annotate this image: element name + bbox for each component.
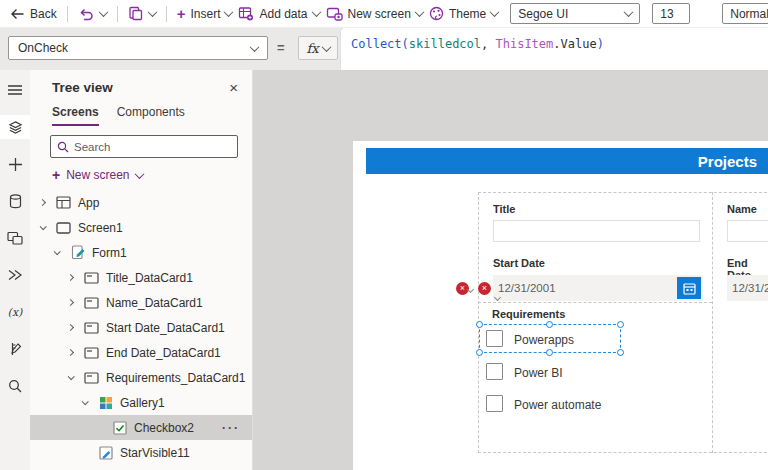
formula-token-thisitem: ThisItem <box>496 37 554 51</box>
resize-handle[interactable] <box>546 321 553 328</box>
checkbox-powerapps-label: Powerapps <box>514 333 574 347</box>
search-icon[interactable] <box>0 374 30 398</box>
property-dropdown[interactable]: OnCheck <box>8 36 268 60</box>
tree-item-errormessage11[interactable]: ErrorMessage11 <box>30 465 252 470</box>
canvas-title: Projects <box>698 153 757 170</box>
checkbox-icon <box>111 420 128 435</box>
tree-item-name-datacard1[interactable]: Name_DataCard1 <box>30 290 252 315</box>
undo-button[interactable] <box>78 7 94 21</box>
calendar-icon <box>683 282 696 295</box>
chevron-down-icon <box>134 169 144 179</box>
tree-search-box[interactable] <box>50 135 238 158</box>
advanced-tools-icon[interactable] <box>0 337 30 361</box>
tree-view-panel: Tree view × Screens Components + New scr… <box>30 70 253 470</box>
app-icon <box>55 195 72 210</box>
checkbox-powerapps[interactable] <box>486 330 503 347</box>
chevron-down-icon[interactable] <box>40 225 55 230</box>
tree-item-app[interactable]: App <box>30 190 252 215</box>
tree-tabs: Screens Components <box>30 101 252 126</box>
top-toolbar: Back + Insert Add data New screen <box>0 0 768 28</box>
add-data-button[interactable]: Add data <box>238 6 319 21</box>
tree-item-enddate-datacard1[interactable]: End Date_DataCard1 <box>30 340 252 365</box>
chevron-right-icon[interactable] <box>68 300 83 305</box>
chevron-right-icon[interactable] <box>68 350 83 355</box>
add-data-icon <box>238 6 254 21</box>
name-input[interactable] <box>727 220 768 242</box>
title-field-label: Title <box>493 203 515 215</box>
title-input[interactable] <box>493 220 700 242</box>
chevron-down-icon <box>147 7 157 17</box>
tab-screens[interactable]: Screens <box>52 105 99 126</box>
undo-menu-chevron[interactable] <box>100 10 107 17</box>
paste-button[interactable] <box>128 6 143 21</box>
form-column-divider <box>712 192 713 453</box>
search-input[interactable] <box>74 141 194 153</box>
chevron-down-icon <box>624 7 634 17</box>
tree-item-starvisible11[interactable]: StarVisible11 <box>30 440 252 465</box>
tree-view-icon[interactable] <box>0 115 30 139</box>
chevron-down-icon <box>311 7 321 17</box>
more-options-icon[interactable]: ··· <box>222 421 240 435</box>
font-weight-value: Normal <box>730 7 768 21</box>
tree-item-form1[interactable]: Form1 <box>30 240 252 265</box>
resize-handle[interactable] <box>617 349 624 356</box>
canvas-title-bar[interactable]: Projects <box>366 148 768 174</box>
start-date-input[interactable]: 12/31/2001 <box>493 275 703 301</box>
calendar-button[interactable] <box>677 277 701 299</box>
back-button[interactable]: Back <box>10 7 57 21</box>
chevron-right-icon[interactable] <box>68 275 83 280</box>
font-size-value: 13 <box>660 7 673 21</box>
back-arrow-icon <box>10 8 25 20</box>
insert-icon[interactable] <box>0 152 30 176</box>
gallery-icon <box>97 395 114 410</box>
checkbox-power-bi[interactable] <box>486 363 503 380</box>
datacard-icon <box>83 345 100 360</box>
font-family-select[interactable]: Segoe UI <box>510 3 640 24</box>
tree-item-startdate-datacard1[interactable]: Start Date_DataCard1 <box>30 315 252 340</box>
tree-item-gallery1[interactable]: Gallery1 <box>30 390 252 415</box>
variables-icon[interactable]: (x) <box>0 300 30 324</box>
tree-item-requirements-datacard1[interactable]: Requirements_DataCard1 <box>30 365 252 390</box>
chevron-down-icon <box>224 7 234 17</box>
end-date-value: 12/31/2001 <box>732 282 768 294</box>
plus-icon: + <box>177 5 186 22</box>
datacard-icon <box>83 320 100 335</box>
chevron-down-icon[interactable] <box>68 375 83 380</box>
start-date-value: 12/31/2001 <box>498 282 556 294</box>
data-icon[interactable] <box>0 189 30 213</box>
font-weight-select[interactable]: Normal <box>722 3 768 24</box>
media-icon[interactable] <box>0 226 30 250</box>
form-icon <box>69 245 86 260</box>
chevron-right-icon[interactable] <box>40 200 55 205</box>
tree-item-checkbox2[interactable]: Checkbox2 ··· <box>30 415 252 440</box>
clipboard-icon <box>128 6 143 21</box>
font-size-select[interactable]: 13 <box>652 3 690 24</box>
resize-handle[interactable] <box>617 321 624 328</box>
theme-button[interactable]: Theme <box>429 6 498 21</box>
font-family-value: Segoe UI <box>518 7 568 21</box>
resize-handle[interactable] <box>476 321 483 328</box>
tab-components[interactable]: Components <box>117 105 185 126</box>
tree-item-screen1[interactable]: Screen1 <box>30 215 252 240</box>
power-automate-icon[interactable] <box>0 263 30 287</box>
new-screen-button[interactable]: New screen <box>326 7 423 21</box>
end-date-input[interactable]: 12/31/2001 <box>727 275 768 301</box>
formula-token-function: Collect( <box>351 37 409 51</box>
datacard-icon <box>83 270 100 285</box>
tree-item-title-datacard1[interactable]: Title_DataCard1 <box>30 265 252 290</box>
chevron-right-icon[interactable] <box>68 325 83 330</box>
new-screen-tree-button[interactable]: + New screen <box>30 158 252 190</box>
resize-handle[interactable] <box>476 349 483 356</box>
requirements-card-top-border <box>478 302 712 303</box>
error-icon[interactable]: × <box>478 282 491 295</box>
resize-handle[interactable] <box>546 349 553 356</box>
fx-button[interactable]: fx <box>298 36 338 60</box>
insert-button[interactable]: + Insert <box>177 5 233 22</box>
chevron-down-icon[interactable] <box>82 400 97 405</box>
hamburger-menu-icon[interactable] <box>0 78 30 102</box>
checkbox-power-automate[interactable] <box>486 395 503 412</box>
close-icon[interactable]: × <box>229 80 238 95</box>
paste-menu-chevron[interactable] <box>149 10 156 17</box>
chevron-down-icon[interactable] <box>54 250 69 255</box>
checkbox-power-bi-label: Power BI <box>514 366 563 380</box>
